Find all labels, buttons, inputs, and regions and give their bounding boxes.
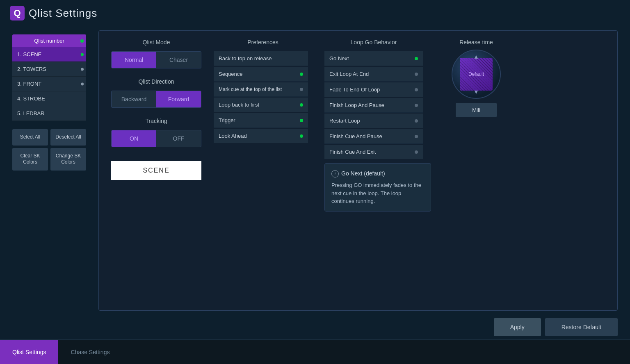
loop-dot-1	[415, 73, 418, 76]
qlist-item-1[interactable]: 1. SCENE	[12, 47, 86, 62]
loop-dot-4	[415, 119, 418, 123]
qlist-number-header: Qlist number	[12, 34, 86, 47]
loop-behavior-list: Go Next Exit Loop At End Fade To End Of …	[324, 51, 423, 159]
qlist-item-2[interactable]: 2. TOWERS	[12, 62, 86, 77]
release-time-title: Release time	[459, 39, 493, 46]
tab-chase-settings[interactable]: Chase Settings	[58, 340, 122, 364]
qlist-direction-section: Qlist Direction Backward Forward	[111, 78, 201, 108]
pref-item-3[interactable]: Loop back to first	[214, 98, 308, 112]
qlist-direction-title: Qlist Direction	[111, 78, 201, 85]
loop-dot-6	[415, 150, 418, 154]
pref-dot-4	[300, 119, 303, 122]
info-icon: i	[331, 170, 339, 177]
bottom-actions: Apply Restore Default	[0, 315, 630, 339]
deselect-all-button[interactable]: Deselect All	[50, 129, 86, 146]
mode-normal-btn[interactable]: Normal	[112, 52, 156, 68]
tracking-off-btn[interactable]: OFF	[156, 130, 201, 147]
preferences-title: Preferences	[214, 39, 312, 46]
info-description: Pressing GO immediately fades to the nex…	[331, 181, 424, 205]
loop-item-0[interactable]: Go Next	[324, 51, 423, 66]
scene-name-input[interactable]	[111, 161, 201, 180]
tracking-section: Tracking ON OFF	[111, 118, 201, 147]
preferences-section: Preferences Back to top on release Seque…	[214, 39, 312, 143]
clear-sk-colors-button[interactable]: Clear SK Colors	[12, 148, 48, 171]
loop-item-1[interactable]: Exit Loop At End	[324, 67, 423, 82]
pref-dot-2	[300, 88, 303, 91]
pref-item-0[interactable]: Back to top on release	[214, 51, 308, 66]
pref-dot-5	[300, 134, 303, 138]
item-dot-1	[81, 53, 84, 56]
knob-label: Default	[468, 71, 484, 77]
knob-arrow-up-icon[interactable]: ▲	[472, 54, 480, 59]
knob-inner: Default	[460, 58, 493, 91]
direction-forward-btn[interactable]: Forward	[156, 91, 201, 107]
loop-behavior-section: Loop Go Behavior Go Next Exit Loop At En…	[324, 39, 423, 159]
main-layout: Qlist number 1. SCENE 2. TOWERS 3. FRONT…	[0, 26, 630, 315]
tab-bar: Qlist Settings Chase Settings	[0, 339, 630, 364]
info-title: i Go Next (default)	[331, 169, 424, 178]
select-all-button[interactable]: Select All	[12, 129, 48, 146]
loop-dot-3	[415, 104, 418, 107]
main-panel: Qlist Mode Normal Chaser Qlist Direction…	[98, 30, 618, 311]
info-tooltip: i Go Next (default) Pressing GO immediat…	[324, 163, 431, 212]
release-knob-container[interactable]: ▲ Default ▼	[452, 50, 501, 99]
loop-item-3[interactable]: Finish Loop And Pause	[324, 98, 423, 113]
mili-button[interactable]: Mili	[456, 103, 497, 117]
qlist-item-4[interactable]: 4. STROBE	[12, 91, 86, 106]
preferences-list: Back to top on release Sequence Mark cue…	[214, 51, 308, 143]
tracking-title: Tracking	[111, 118, 201, 124]
tracking-on-btn[interactable]: ON	[112, 130, 156, 147]
loop-behavior-title: Loop Go Behavior	[324, 39, 423, 46]
loop-item-5[interactable]: Finish Cue And Pause	[324, 129, 423, 144]
qlist-item-3[interactable]: 3. FRONT	[12, 77, 86, 91]
apply-button[interactable]: Apply	[494, 318, 541, 336]
sidebar-buttons: Select All Deselect All Clear SK Colors …	[12, 129, 86, 171]
loop-dot-2	[415, 88, 418, 91]
loop-item-2[interactable]: Fade To End Of Loop	[324, 82, 423, 97]
knob-outer: ▲ Default ▼	[452, 50, 501, 99]
pref-dot-3	[300, 103, 303, 107]
qlist-item-5[interactable]: 5. LEDBAR	[12, 106, 86, 121]
loop-item-6[interactable]: Finish Cue And Exit	[324, 145, 423, 159]
pref-item-1[interactable]: Sequence	[214, 67, 308, 82]
title-bar: Q Qlist Settings	[0, 0, 630, 26]
app-logo: Q	[10, 6, 25, 20]
item-dot-2	[81, 68, 84, 71]
restore-default-button[interactable]: Restore Default	[545, 318, 618, 336]
pref-dot-1	[300, 73, 303, 76]
item-dot-3	[81, 82, 84, 85]
scene-name-section	[111, 161, 201, 180]
pref-item-4[interactable]: Trigger	[214, 113, 308, 128]
tab-qlist-settings[interactable]: Qlist Settings	[0, 340, 58, 364]
release-time-section: Release time ▲ Default ▼ Mili	[452, 39, 501, 117]
mode-chaser-btn[interactable]: Chaser	[156, 52, 201, 68]
knob-arrow-down-icon[interactable]: ▼	[472, 89, 480, 95]
left-sidebar: Qlist number 1. SCENE 2. TOWERS 3. FRONT…	[8, 26, 90, 315]
qlist-mode-title: Qlist Mode	[111, 39, 201, 46]
qlist-mode-section: Qlist Mode Normal Chaser	[111, 39, 201, 68]
tracking-toggle: ON OFF	[111, 130, 201, 147]
loop-dot-5	[415, 135, 418, 138]
pref-item-2[interactable]: Mark cue at the top of the list	[214, 82, 308, 97]
pref-item-5[interactable]: Look Ahead	[214, 129, 308, 143]
app-title: Qlist Settings	[29, 7, 97, 20]
direction-backward-btn[interactable]: Backward	[112, 91, 156, 107]
qlist-mode-toggle: Normal Chaser	[111, 51, 201, 68]
change-sk-colors-button[interactable]: Change SK Colors	[50, 148, 86, 171]
loop-item-4[interactable]: Restart Loop	[324, 114, 423, 128]
loop-dot-0	[415, 57, 418, 60]
qlist-direction-toggle: Backward Forward	[111, 91, 201, 108]
